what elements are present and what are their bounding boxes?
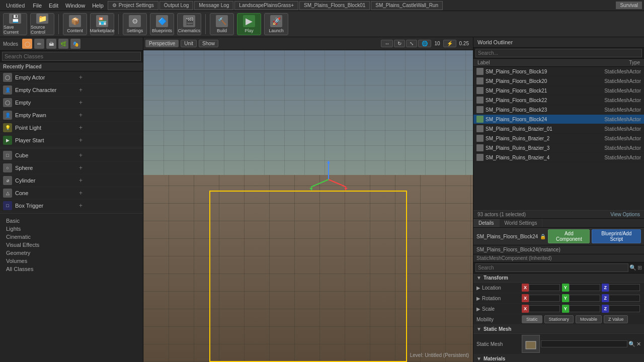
outliner-item-block21[interactable]: SM_Plains_Floors_Block21 StaticMeshActor [473, 86, 644, 96]
add-box-trigger-btn[interactable]: + [79, 202, 140, 209]
blueprints-button[interactable]: 🔷 Blueprints [150, 13, 174, 35]
tab-project-settings[interactable]: ⚙ Project Settings [108, 1, 158, 10]
sm-browse-icon[interactable]: 🔍 [628, 341, 635, 347]
sm-value-input[interactable]: SM_Plains_Floors_Block02... [541, 340, 627, 347]
category-lights[interactable]: Lights [3, 225, 140, 233]
details-search-input[interactable] [475, 263, 628, 272]
vp-world-btn[interactable]: 🌐 [418, 40, 431, 47]
scale-z-input[interactable]: 1.5 [609, 305, 640, 312]
category-volumes[interactable]: Volumes [3, 257, 140, 265]
play-button[interactable]: ▶ Play [237, 13, 261, 35]
vp-translate-btn[interactable]: ↔ [381, 40, 393, 47]
actor-sphere[interactable]: ○ Sphere + [0, 162, 143, 174]
add-empty-actor-btn[interactable]: + [79, 74, 140, 81]
add-component-button[interactable]: Add Component [548, 229, 590, 243]
rotation-z-input[interactable]: -179.999954° [609, 295, 640, 302]
vp-rotate-btn[interactable]: ↻ [394, 40, 405, 47]
location-z-input[interactable]: 180.0 cm [609, 284, 640, 291]
category-geometry[interactable]: Geometry [3, 249, 140, 257]
transform-section[interactable]: ▼ Transform [473, 274, 644, 283]
stationary-btn[interactable]: Stationary [544, 315, 574, 323]
outliner-item-block22[interactable]: SM_Plains_Floors_Block22 StaticMeshActor [473, 96, 644, 105]
category-all-classes[interactable]: All Classes [3, 265, 140, 273]
save-current-button[interactable]: 💾 Save Current [3, 13, 27, 35]
mode-foliage[interactable]: 🌿 [58, 39, 68, 49]
add-empty-char-btn[interactable]: + [79, 86, 140, 94]
view-options-btn[interactable]: View Options [610, 212, 640, 217]
survival-button[interactable]: Survival [616, 2, 642, 9]
marketplace-button[interactable]: 🏪 Marketplace [90, 13, 114, 35]
tab-output-log[interactable]: Output Log [159, 1, 193, 10]
move-gizmo[interactable] [308, 159, 349, 200]
build-button[interactable]: 🔨 Build [210, 13, 234, 35]
add-empty-pawn-btn[interactable]: + [79, 112, 140, 119]
scale-expand[interactable]: ▶ [476, 306, 480, 312]
mode-geometry[interactable]: 🎭 [70, 39, 80, 49]
outliner-search-input[interactable] [475, 49, 642, 57]
add-sphere-btn[interactable]: + [79, 164, 140, 171]
launch-button[interactable]: 🚀 Launch [264, 13, 288, 35]
cinematics-button[interactable]: 🎬 Cinematics [177, 13, 201, 35]
vp-snap-btn[interactable]: ⚡ [443, 40, 456, 47]
show-button[interactable]: Show [199, 40, 218, 47]
actor-empty[interactable]: ◯ Empty + [0, 97, 143, 109]
outliner-item-brazier3[interactable]: SM_Plains_Ruins_Brazier_3 StaticMeshActo… [473, 143, 644, 153]
actor-point-light[interactable]: 💡 Point Light + [0, 122, 143, 134]
settings-button[interactable]: ⚙ Settings [123, 13, 147, 35]
add-point-light-btn[interactable]: + [79, 124, 140, 131]
lock-icon[interactable]: 🔒 [540, 234, 546, 239]
perspective-button[interactable]: Perspective [145, 40, 179, 47]
location-y-input[interactable]: 2100.0 cm [569, 284, 600, 291]
category-visual-effects[interactable]: Visual Effects [3, 241, 140, 249]
outliner-item-brazier01[interactable]: SM_Plains_Ruins_Brazier_01 StaticMeshAct… [473, 124, 644, 134]
menu-window[interactable]: Window [62, 2, 88, 10]
scale-x-input[interactable]: -0.75 [529, 305, 560, 312]
static-mesh-section[interactable]: ▼ Static Mesh [473, 325, 644, 334]
location-expand[interactable]: ▶ [476, 285, 480, 291]
outliner-item-block20[interactable]: SM_Plains_Floors_Block20 StaticMeshActor [473, 76, 644, 86]
outliner-item-brazier2[interactable]: SM_Plains_Ruins_Brazier_2 StaticMeshActo… [473, 134, 644, 143]
details-tab[interactable]: Details [473, 219, 500, 227]
outliner-item-brazier4[interactable]: SM_Plains_Ruins_Brazier_4 StaticMeshActo… [473, 153, 644, 162]
actor-empty-character[interactable]: 👤 Empty Character + [0, 84, 143, 97]
vp-scale-btn[interactable]: ⤡ [406, 40, 417, 47]
menu-edit[interactable]: Edit [46, 2, 61, 10]
materials-section[interactable]: ▼ Materials [473, 354, 644, 362]
mode-paint[interactable]: ✏ [34, 39, 44, 49]
actor-empty-actor[interactable]: ◯ Empty Actor + [0, 71, 143, 84]
actor-cube[interactable]: □ Cube + [0, 149, 143, 162]
movable-btn[interactable]: Movable [576, 315, 602, 323]
rotation-x-input[interactable]: 0.0° [529, 295, 560, 302]
content-button[interactable]: 📦 Content [63, 13, 87, 35]
search-classes-input[interactable] [2, 52, 141, 61]
scale-y-input[interactable]: 1.5 [569, 305, 600, 312]
mode-placement[interactable]: ◯ [22, 39, 32, 49]
category-cinematic[interactable]: Cinematic [3, 233, 140, 241]
static-btn[interactable]: Static [522, 315, 542, 323]
details-options-icon[interactable]: ⊞ [637, 264, 642, 271]
tab-sm-castle[interactable]: SM_Plains_CastleWall_Run [371, 1, 443, 10]
unit-button[interactable]: Unit [181, 40, 197, 47]
category-basic[interactable]: Basic [3, 217, 140, 225]
actor-player-start[interactable]: ▶ Player Start + [0, 134, 143, 147]
outliner-item-block19[interactable]: SM_Plains_Floors_Block19 StaticMeshActor [473, 67, 644, 76]
menu-help[interactable]: Help [89, 2, 107, 10]
add-cylinder-btn[interactable]: + [79, 177, 140, 184]
actor-cone[interactable]: △ Cone + [0, 187, 143, 200]
mode-landscape[interactable]: 🏔 [46, 39, 56, 49]
add-player-start-btn[interactable]: + [79, 137, 140, 144]
add-empty-btn[interactable]: + [79, 99, 140, 106]
viewport-canvas[interactable]: Level: Untitled (Persistent) [143, 50, 473, 362]
actor-empty-pawn[interactable]: 👤 Empty Pawn + [0, 109, 143, 122]
menu-file[interactable]: File [30, 2, 45, 10]
tab-sm-floors[interactable]: SM_Plains_Floors_Block01 [299, 1, 370, 10]
actor-cylinder[interactable]: ⌀ Cylinder + [0, 174, 143, 187]
add-cube-btn[interactable]: + [79, 152, 140, 159]
outliner-item-block24[interactable]: SM_Plains_Floors_Block24 StaticMeshActor [473, 115, 644, 124]
location-x-input[interactable]: -3390.0 cm [529, 284, 560, 291]
z-value-btn[interactable]: Z Value [604, 315, 628, 323]
tab-landscape[interactable]: LandscapePlainsGrass+ [234, 1, 298, 10]
actor-box-trigger[interactable]: □ Box Trigger + [0, 200, 143, 212]
sm-clear-icon[interactable]: ✕ [636, 341, 641, 347]
world-settings-tab[interactable]: World Settings [500, 219, 543, 227]
